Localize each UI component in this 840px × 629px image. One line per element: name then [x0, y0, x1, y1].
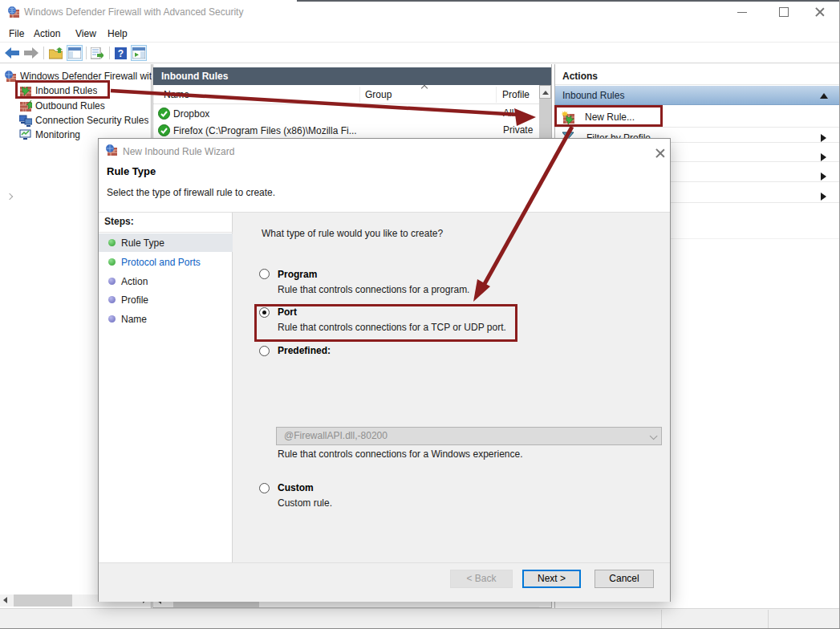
- rule-enabled-check-icon: [158, 108, 170, 120]
- radio-program[interactable]: [259, 269, 270, 279]
- submenu-arrow-icon: [821, 134, 826, 142]
- new-inbound-rule-wizard-dialog: New Inbound Rule Wizard Rule Type Select…: [98, 138, 671, 602]
- app-window: Windows Defender Firewall with Advanced …: [0, 0, 840, 629]
- tree-item-label: Connection Security Rules: [35, 115, 148, 126]
- window-title: Windows Defender Firewall with Advanced …: [24, 6, 243, 18]
- rule-profile: All: [503, 108, 513, 119]
- scrollbar-thumb[interactable]: [14, 595, 72, 607]
- rule-name: Dropbox: [173, 108, 209, 120]
- step-profile[interactable]: Profile: [99, 290, 233, 309]
- step-bullet-icon: [108, 258, 116, 266]
- scroll-up-icon[interactable]: [539, 85, 551, 99]
- radio-predefined[interactable]: [259, 346, 270, 356]
- actions-section-header[interactable]: Inbound Rules: [555, 86, 839, 105]
- step-label: Name: [121, 314, 147, 325]
- cancel-button[interactable]: Cancel: [594, 570, 654, 588]
- action-pane-icon[interactable]: [131, 45, 147, 61]
- firewall-dialog-icon: [105, 144, 118, 156]
- option-label-predefined[interactable]: Predefined:: [278, 345, 331, 356]
- tree-item-label: Monitoring: [35, 129, 80, 140]
- tree-item-connection-security-rules[interactable]: Connection Security Rules: [0, 112, 152, 128]
- back-button[interactable]: < Back: [450, 570, 513, 588]
- step-bullet-icon: [108, 296, 116, 303]
- submenu-arrow-icon: [821, 153, 826, 161]
- step-label[interactable]: Protocol and Ports: [121, 257, 201, 268]
- back-icon[interactable]: [4, 45, 20, 61]
- screen-edge-artifact: [297, 0, 840, 2]
- column-header-name[interactable]: Name: [164, 89, 189, 100]
- steps-label: Steps:: [104, 216, 134, 227]
- step-bullet-icon: [108, 278, 116, 285]
- sort-ascending-icon: [421, 85, 428, 91]
- minimize-button[interactable]: [728, 0, 756, 24]
- step-protocol-and-ports[interactable]: Protocol and Ports: [99, 253, 233, 271]
- monitoring-icon: [19, 128, 32, 141]
- step-label: Profile: [121, 294, 148, 306]
- title-bar: Windows Defender Firewall with Advanced …: [0, 0, 840, 24]
- menu-help[interactable]: Help: [104, 27, 131, 40]
- tree-item-label: Outbound Rules: [35, 100, 105, 112]
- submenu-arrow-icon: [821, 193, 826, 201]
- step-bullet-icon: [108, 315, 116, 323]
- rules-banner: Inbound Rules: [153, 67, 551, 85]
- step-name[interactable]: Name: [99, 310, 233, 328]
- annotation-box-inbound-rules: [15, 80, 110, 99]
- menu-file[interactable]: File: [6, 27, 27, 40]
- connection-security-icon: [19, 114, 32, 127]
- wizard-page-heading: Rule Type: [107, 165, 156, 177]
- list-header-row: Name Group Profile: [153, 85, 539, 104]
- steps-panel: Steps: Rule Type Protocol and Ports Acti…: [99, 213, 233, 562]
- annotation-box-port-option: [254, 304, 517, 342]
- column-header-profile[interactable]: Profile: [502, 89, 530, 100]
- annotation-box-new-rule: [554, 105, 663, 127]
- step-label: Rule Type: [121, 237, 164, 249]
- outbound-rules-icon: [19, 99, 32, 112]
- scroll-left-icon[interactable]: [0, 595, 12, 607]
- option-desc-program: Rule that controls connections for a pro…: [278, 284, 469, 295]
- wizard-footer: < Back Next > Cancel: [99, 563, 670, 602]
- column-header-group[interactable]: Group: [365, 89, 392, 100]
- option-desc-predefined: Rule that controls connections for a Win…: [278, 448, 523, 460]
- menu-bar: File Action View Help: [0, 24, 840, 43]
- wizard-body: Steps: Rule Type Protocol and Ports Acti…: [99, 213, 670, 562]
- menu-view[interactable]: View: [72, 27, 99, 40]
- dialog-close-icon[interactable]: [654, 147, 667, 160]
- option-label-program[interactable]: Program: [278, 269, 317, 280]
- rule-profile: Private: [503, 124, 533, 136]
- predefined-dropdown-value: @FirewallAPI.dll,-80200: [284, 430, 388, 441]
- firewall-app-icon: [7, 6, 20, 18]
- export-list-icon[interactable]: [89, 45, 105, 61]
- predefined-dropdown[interactable]: @FirewallAPI.dll,-80200: [276, 427, 662, 445]
- collapse-icon[interactable]: [820, 93, 828, 99]
- option-desc-custom: Custom rule.: [278, 497, 332, 509]
- svg-text:?: ?: [117, 48, 123, 59]
- rule-enabled-check-icon: [158, 124, 170, 137]
- tree-item-outbound-rules[interactable]: Outbound Rules: [0, 98, 152, 113]
- maximize-button[interactable]: [770, 0, 797, 24]
- forward-icon[interactable]: [23, 45, 39, 61]
- actions-title: Actions: [555, 67, 839, 85]
- submenu-arrow-icon: [821, 172, 826, 181]
- show-tree-folder-icon[interactable]: [47, 45, 63, 61]
- menu-action[interactable]: Action: [30, 27, 63, 40]
- expand-chevron-icon[interactable]: [6, 193, 13, 200]
- rule-row-dropbox[interactable]: Dropbox All: [153, 105, 539, 122]
- option-label-custom[interactable]: Custom: [278, 482, 314, 493]
- status-bar: [0, 608, 840, 629]
- step-label: Action: [121, 276, 148, 287]
- step-rule-type[interactable]: Rule Type: [99, 233, 233, 252]
- rule-row-firefox[interactable]: Firefox (C:\Program Files (x86)\Mozilla …: [153, 122, 539, 139]
- console-window-icon[interactable]: [67, 45, 83, 61]
- rule-name: Firefox (C:\Program Files (x86)\Mozilla …: [173, 125, 357, 136]
- chevron-down-icon: [650, 432, 658, 440]
- actions-section-label: Inbound Rules: [562, 90, 624, 101]
- step-action[interactable]: Action: [99, 272, 233, 290]
- next-button[interactable]: Next >: [522, 570, 581, 588]
- wizard-page-subheading: Select the type of firewall rule to crea…: [107, 187, 275, 198]
- toolbar: ?: [0, 43, 840, 63]
- wizard-question: What type of rule would you like to crea…: [262, 228, 443, 239]
- dialog-title: New Inbound Rule Wizard: [123, 146, 234, 157]
- close-icon[interactable]: [814, 6, 826, 18]
- help-icon[interactable]: ?: [112, 45, 128, 61]
- radio-custom[interactable]: [259, 483, 270, 493]
